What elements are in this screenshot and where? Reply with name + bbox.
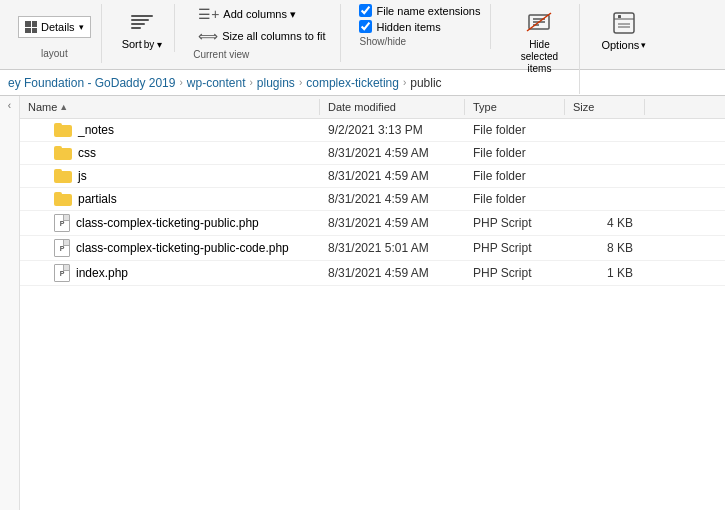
column-header-type[interactable]: Type — [465, 99, 565, 115]
file-name-text: partials — [78, 192, 117, 206]
svg-rect-5 — [614, 13, 634, 33]
breadcrumb-current: public — [410, 76, 441, 90]
table-row[interactable]: partials 8/31/2021 4:59 AM File folder — [20, 188, 725, 211]
file-type-cell: File folder — [465, 122, 565, 138]
table-row[interactable]: css 8/31/2021 4:59 AM File folder — [20, 142, 725, 165]
table-row[interactable]: js 8/31/2021 4:59 AM File folder — [20, 165, 725, 188]
size-all-label: Size all columns to fit — [222, 30, 325, 42]
file-name-cell: P index.php — [20, 263, 320, 283]
file-name-text: class-complex-ticketing-public.php — [76, 216, 259, 230]
sort-by-label: by ▾ — [144, 39, 162, 50]
php-file-icon: P — [54, 239, 70, 257]
sort-lines-icon — [131, 15, 153, 29]
file-name-extensions-checkbox[interactable]: File name extensions — [359, 4, 480, 17]
file-type-cell: File folder — [465, 145, 565, 161]
table-row[interactable]: P class-complex-ticketing-public-code.ph… — [20, 236, 725, 261]
file-date-cell: 8/31/2021 4:59 AM — [320, 145, 465, 161]
file-name-text: _notes — [78, 123, 114, 137]
file-name-cell: js — [20, 167, 320, 185]
folder-icon — [54, 146, 72, 160]
show-hide-group: File name extensions Hidden items Show/h… — [349, 4, 491, 49]
file-type-cell: PHP Script — [465, 215, 565, 231]
col-name-label: Name — [28, 101, 57, 113]
file-type-cell: PHP Script — [465, 265, 565, 281]
breadcrumb-item-4[interactable]: complex-ticketing — [306, 76, 399, 90]
file-size-cell: 8 KB — [565, 240, 645, 256]
table-row[interactable]: P class-complex-ticketing-public.php 8/3… — [20, 211, 725, 236]
file-name-ext-input[interactable] — [359, 4, 372, 17]
col-date-label: Date modified — [328, 101, 396, 113]
ribbon: Details ▾ layout Sort by ▾ ☰+ — [0, 0, 725, 70]
file-name-cell: _notes — [20, 121, 320, 139]
hidden-items-input[interactable] — [359, 20, 372, 33]
show-hide-label: Show/hide — [359, 36, 406, 47]
dropdown-chevron: ▾ — [79, 22, 84, 32]
file-rows-container: _notes 9/2/2021 3:13 PM File folder css … — [20, 119, 725, 286]
breadcrumb-item-3[interactable]: plugins — [257, 76, 295, 90]
hidden-items-label: Hidden items — [376, 21, 440, 33]
options-label: Options — [601, 39, 639, 51]
folder-icon — [54, 169, 72, 183]
php-file-icon: P — [54, 264, 70, 282]
file-name-text: js — [78, 169, 87, 183]
column-header-name[interactable]: Name ▲ — [20, 99, 320, 115]
add-columns-label: Add columns ▾ — [223, 8, 296, 21]
file-area: ‹ Name ▲ Date modified Type Size _notes — [0, 96, 725, 510]
hide-selected-icon — [523, 7, 555, 39]
php-file-icon: P — [54, 214, 70, 232]
options-icon — [608, 7, 640, 39]
options-chevron: ▾ — [641, 40, 646, 50]
file-name-cell: P class-complex-ticketing-public.php — [20, 213, 320, 233]
hidden-items-checkbox[interactable]: Hidden items — [359, 20, 480, 33]
file-name-text: index.php — [76, 266, 128, 280]
add-columns-button[interactable]: ☰+ Add columns ▾ — [193, 4, 330, 24]
hide-selected-group: Hide selected items — [499, 4, 580, 94]
options-button[interactable]: Options ▾ — [596, 4, 651, 54]
column-header-size[interactable]: Size — [565, 99, 645, 115]
breadcrumb-sep-1: › — [179, 77, 182, 88]
file-name-cell: partials — [20, 190, 320, 208]
breadcrumb-item-1[interactable]: ey Foundation - GoDaddy 2019 — [8, 76, 175, 90]
file-size-cell — [565, 198, 645, 200]
file-name-cell: P class-complex-ticketing-public-code.ph… — [20, 238, 320, 258]
table-row[interactable]: _notes 9/2/2021 3:13 PM File folder — [20, 119, 725, 142]
file-name-ext-label: File name extensions — [376, 5, 480, 17]
file-date-cell: 8/31/2021 4:59 AM — [320, 215, 465, 231]
hide-selected-button[interactable]: Hide selected items — [509, 4, 569, 78]
file-type-cell: PHP Script — [465, 240, 565, 256]
breadcrumb-sep-2: › — [250, 77, 253, 88]
col-name-sort-arrow: ▲ — [59, 102, 68, 112]
file-list-header: Name ▲ Date modified Type Size — [20, 96, 725, 119]
folder-icon — [54, 123, 72, 137]
collapse-arrow[interactable]: ‹ — [8, 100, 11, 111]
file-size-cell — [565, 129, 645, 131]
hide-selected-label: Hide selected items — [514, 39, 564, 75]
file-name-text: css — [78, 146, 96, 160]
column-header-date[interactable]: Date modified — [320, 99, 465, 115]
layout-group: Details ▾ layout — [8, 4, 102, 63]
options-group: Options ▾ — [588, 4, 659, 70]
breadcrumb-item-2[interactable]: wp-content — [187, 76, 246, 90]
file-size-cell: 1 KB — [565, 265, 645, 281]
size-all-columns-button[interactable]: ⟺ Size all columns to fit — [193, 26, 330, 46]
size-columns-icon: ⟺ — [198, 28, 218, 44]
breadcrumb-sep-4: › — [403, 77, 406, 88]
file-name-cell: css — [20, 144, 320, 162]
table-row[interactable]: P index.php 8/31/2021 4:59 AM PHP Script… — [20, 261, 725, 286]
sort-btn-label-area: Sort by ▾ — [122, 38, 163, 50]
sort-label: Sort — [122, 38, 142, 50]
file-name-text: class-complex-ticketing-public-code.php — [76, 241, 289, 255]
sort-group: Sort by ▾ — [110, 4, 176, 52]
sort-button[interactable]: Sort by ▾ — [118, 4, 167, 52]
file-list[interactable]: Name ▲ Date modified Type Size _notes 9/… — [20, 96, 725, 510]
details-dropdown[interactable]: Details ▾ — [18, 16, 91, 38]
grid-view-icon — [25, 21, 37, 33]
file-date-cell: 8/31/2021 4:59 AM — [320, 191, 465, 207]
current-view-label: Current view — [193, 49, 249, 60]
file-date-cell: 8/31/2021 5:01 AM — [320, 240, 465, 256]
col-size-label: Size — [573, 101, 594, 113]
add-columns-icon: ☰+ — [198, 6, 219, 22]
layout-group-label: layout — [41, 48, 68, 59]
breadcrumb-sep-3: › — [299, 77, 302, 88]
options-label-area: Options ▾ — [601, 39, 646, 51]
